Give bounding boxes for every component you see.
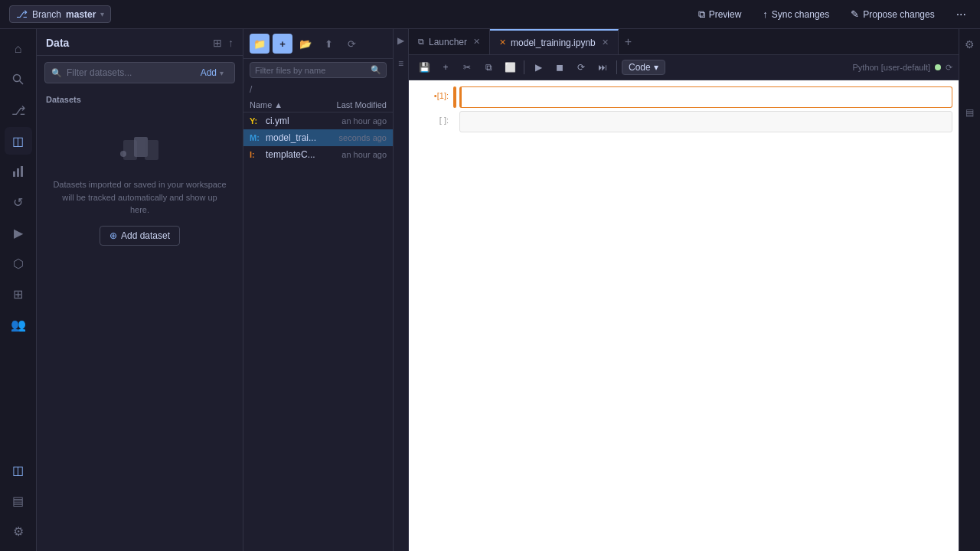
branch-chevron: ▾ xyxy=(100,10,104,18)
more-button[interactable]: ··· xyxy=(952,6,971,23)
new-folder-button[interactable]: 📁 xyxy=(250,34,270,54)
sidebar-item-history[interactable]: ↺ xyxy=(5,188,32,216)
file-icon-yaml: Y: xyxy=(250,116,262,126)
toolbar-sep-2 xyxy=(616,60,617,74)
file-item-template[interactable]: I: templateC... an hour ago xyxy=(243,146,393,163)
propose-button[interactable]: ✎ Propose changes xyxy=(846,6,939,22)
code-mode-label: Code xyxy=(629,62,651,73)
code-mode-selector[interactable]: Code ▾ xyxy=(622,60,665,75)
sidebar-item-data[interactable]: ◫ xyxy=(5,127,32,155)
dataset-search-icon: 🔍 xyxy=(51,68,62,78)
kernel-reload-icon[interactable]: ⟳ xyxy=(946,63,952,73)
mid-toolbar: ▶ ≡ xyxy=(394,29,409,551)
refresh-button[interactable]: ⟳ xyxy=(341,34,361,54)
col-name[interactable]: Name ▲ xyxy=(250,100,318,109)
right-panel-icon[interactable]: ▤ xyxy=(962,104,977,121)
sidebar-item-table[interactable]: ▤ xyxy=(5,487,32,514)
cut-button[interactable]: ✂ xyxy=(458,58,476,77)
file-name-ci: ci.yml xyxy=(266,116,318,126)
datasets-section: Datasets xyxy=(37,90,243,108)
main-layout: ⌂ ⎇ ◫ ↺ ▶ ⬡ ⊞ 👥 ◫ ▤ ⚙ Data ⊞ ↑ 🔍 xyxy=(0,29,980,551)
folder-open-button[interactable]: 📂 xyxy=(296,34,315,54)
toolbar-sep-1 xyxy=(524,60,524,74)
tab-launcher-icon: ⧉ xyxy=(418,37,424,47)
col-modified: Last Modified xyxy=(318,100,387,109)
cell-2-indicator xyxy=(453,111,456,132)
save-button[interactable]: 💾 xyxy=(415,58,433,77)
sidebar-item-grid[interactable]: ⊞ xyxy=(5,280,32,308)
branch-label: Branch xyxy=(32,9,61,20)
file-search-bar[interactable]: 🔍 xyxy=(250,62,387,78)
sidebar-item-home[interactable]: ⌂ xyxy=(5,35,32,63)
dataset-search-bar[interactable]: 🔍 Add ▾ xyxy=(44,62,235,83)
add-button[interactable]: Add ▾ xyxy=(196,66,228,80)
sidebar-item-plugin[interactable]: ◫ xyxy=(5,456,32,484)
file-name-template: templateC... xyxy=(266,149,318,160)
sidebar-item-settings[interactable]: ⚙ xyxy=(5,517,32,545)
preview-icon: ⧉ xyxy=(698,8,705,21)
file-icon-notebook: M: xyxy=(250,133,262,142)
dataset-search-input[interactable] xyxy=(67,67,191,78)
sidebar-item-search[interactable] xyxy=(5,66,32,93)
file-time-ci: an hour ago xyxy=(318,116,387,126)
paste-button[interactable]: ⬜ xyxy=(501,58,519,77)
file-search-icon: 🔍 xyxy=(371,65,381,75)
right-settings-icon[interactable]: ⚙ xyxy=(962,35,978,54)
sync-button[interactable]: ↑ Sync changes xyxy=(758,6,834,22)
preview-button[interactable]: ⧉ Preview xyxy=(694,6,746,23)
sidebar-item-runtime[interactable]: ▶ xyxy=(5,219,32,246)
tab-notebook[interactable]: ✕ model_training.ipynb ✕ xyxy=(490,29,619,54)
cell-1: •[1]: xyxy=(415,86,952,108)
cell-2-gutter: [ ]: xyxy=(415,111,453,132)
branch-selector[interactable]: ⎇ Branch master ▾ xyxy=(9,5,111,23)
svg-line-1 xyxy=(19,81,23,85)
notebook-tabs: ⧉ Launcher ✕ ✕ model_training.ipynb ✕ + xyxy=(409,29,959,55)
new-file-button[interactable]: + xyxy=(273,34,292,54)
file-item-ci[interactable]: Y: ci.yml an hour ago xyxy=(243,112,393,129)
notebook-content: •[1]: [ ]: xyxy=(409,80,959,551)
data-panel-icons: ⊞ ↑ xyxy=(213,37,234,49)
svg-rect-3 xyxy=(17,168,19,177)
top-bar-left: ⎇ Branch master ▾ xyxy=(9,5,111,23)
branch-name: master xyxy=(66,9,96,20)
svg-point-0 xyxy=(13,75,20,82)
branch-icon: ⎇ xyxy=(16,8,28,20)
icon-bar: ⌂ ⎇ ◫ ↺ ▶ ⬡ ⊞ 👥 ◫ ▤ ⚙ xyxy=(0,29,37,551)
tab-launcher-close[interactable]: ✕ xyxy=(473,37,480,47)
copy-button[interactable]: ⧉ xyxy=(479,58,498,77)
kernel-info: Python [user-default] ⟳ xyxy=(852,63,952,73)
run-button[interactable]: ▶ xyxy=(529,58,547,77)
add-dataset-icon: ⊕ xyxy=(109,230,117,241)
add-dataset-button[interactable]: ⊕ Add dataset xyxy=(100,226,180,246)
cell-1-body[interactable] xyxy=(459,86,952,108)
upload-button[interactable]: ⬆ xyxy=(318,34,338,54)
data-panel-upload-icon[interactable]: ↑ xyxy=(228,37,234,49)
cell-2: [ ]: xyxy=(415,111,952,132)
file-item-model[interactable]: M: model_trai... seconds ago xyxy=(243,129,393,146)
top-bar-right: ⧉ Preview ↑ Sync changes ✎ Propose chang… xyxy=(694,6,971,23)
mid-expand-icon[interactable]: ▶ xyxy=(397,35,404,46)
svg-rect-7 xyxy=(145,140,158,160)
datasets-empty-text: Datasets imported or saved in your works… xyxy=(52,178,227,217)
add-cell-button[interactable]: + xyxy=(436,58,455,77)
file-panel-toolbar: 📁 + 📂 ⬆ ⟳ xyxy=(243,29,393,59)
file-name-model: model_trai... xyxy=(266,132,318,143)
tab-launcher[interactable]: ⧉ Launcher ✕ xyxy=(409,29,490,54)
notebook-area: ⧉ Launcher ✕ ✕ model_training.ipynb ✕ + … xyxy=(409,29,959,551)
file-list-header: Name ▲ Last Modified xyxy=(243,98,393,112)
data-panel-header: Data ⊞ ↑ xyxy=(37,29,243,56)
file-search-input[interactable] xyxy=(255,66,368,75)
fast-forward-button[interactable]: ⏭ xyxy=(593,58,612,77)
code-mode-chevron: ▾ xyxy=(654,62,658,73)
stop-button[interactable]: ◼ xyxy=(550,58,569,77)
sidebar-item-people[interactable]: 👥 xyxy=(5,311,32,338)
mid-list-icon[interactable]: ≡ xyxy=(398,58,403,69)
data-panel-settings-icon[interactable]: ⊞ xyxy=(213,37,222,49)
tab-notebook-close[interactable]: ✕ xyxy=(602,37,609,47)
cell-2-body[interactable] xyxy=(459,111,952,132)
sidebar-item-git[interactable]: ⎇ xyxy=(5,96,32,124)
add-tab-button[interactable]: + xyxy=(619,35,638,49)
sidebar-item-compute[interactable]: ⬡ xyxy=(5,249,32,277)
restart-button[interactable]: ⟳ xyxy=(572,58,590,77)
sidebar-item-chart[interactable] xyxy=(5,158,32,185)
